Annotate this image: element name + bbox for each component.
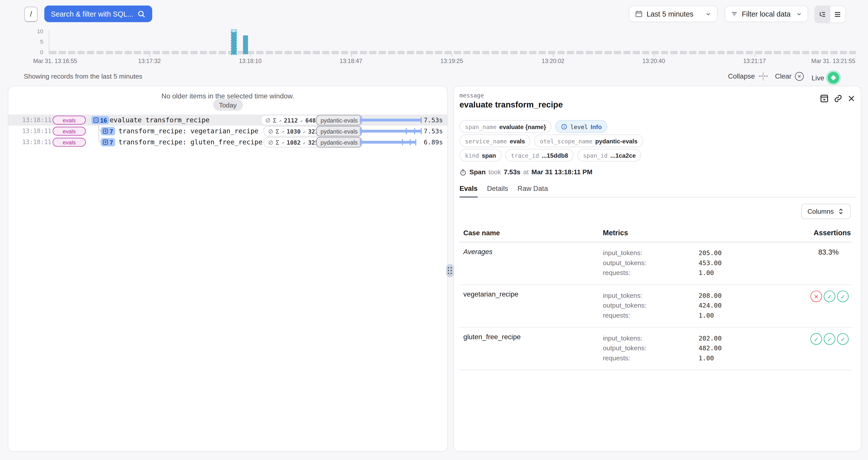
- clear-button[interactable]: Clear ✕: [775, 72, 804, 81]
- tree-view-toggle[interactable]: [815, 6, 830, 23]
- child-count: 7: [110, 139, 113, 145]
- assertions-percentage: 83.3%: [769, 248, 852, 278]
- tab-raw-data[interactable]: Raw Data: [518, 185, 548, 197]
- x-axis-tick: [452, 54, 452, 57]
- expand-children-badge[interactable]: + 7: [101, 127, 115, 135]
- tokens-up-value: 1082: [286, 139, 301, 145]
- time-range-select[interactable]: Last 5 minutes: [629, 5, 718, 22]
- summary-datetime: Mar 31 13:18:11 PM: [531, 168, 592, 176]
- sum-icon: Σ: [276, 128, 279, 134]
- up-down-chevrons-icon: [838, 208, 844, 215]
- slash-shortcut-key: /: [24, 6, 38, 22]
- collapse-icon: ↓↑: [758, 72, 768, 80]
- chevron-down-icon: [796, 11, 802, 17]
- tag-kind[interactable]: kind span: [459, 149, 501, 162]
- tag-trace-id[interactable]: trace_id ...15ddb8: [505, 149, 574, 162]
- square-minus-icon: −: [93, 118, 98, 123]
- row-timestamp: 13:18:11: [22, 139, 52, 146]
- duration-bar: [360, 130, 422, 133]
- dock-panel-icon[interactable]: [820, 94, 829, 103]
- tag-otel-scope-name[interactable]: otel_scope_name pydantic-evals: [534, 135, 643, 147]
- collapse-label: Collapse: [728, 72, 755, 80]
- service-badge[interactable]: evals: [53, 116, 86, 125]
- output-arrow-icon: ↙: [303, 139, 306, 145]
- histogram-bar-selected[interactable]: [231, 32, 236, 54]
- view-mode-segmented-control: [814, 5, 846, 23]
- records-histogram[interactable]: [49, 30, 856, 54]
- filter-value: Filter local data: [742, 10, 790, 18]
- tag-span-id[interactable]: span_id ...1ca2ce: [578, 149, 641, 162]
- live-label: Live: [811, 74, 824, 81]
- metrics-cell: input_tokens:208.00 output_tokens:424.00…: [603, 291, 769, 320]
- x-axis-tick: [553, 54, 554, 57]
- fail-x-icon: ✕: [810, 291, 822, 302]
- span-message: transform_recipe: vegetarian_recipe: [119, 127, 258, 135]
- close-icon[interactable]: [847, 95, 855, 102]
- live-indicator-icon: [828, 72, 839, 84]
- tag-level[interactable]: level Info: [555, 120, 607, 133]
- search-button-label: Search & filter with SQL...: [51, 10, 133, 18]
- pass-check-icon: ✓: [837, 291, 849, 302]
- y-axis-tick-10: 10: [32, 28, 43, 34]
- info-icon: [561, 123, 567, 130]
- x-axis-label: 13:20:02: [542, 58, 564, 64]
- otel-scope-pill: pydantic-evals: [316, 115, 362, 125]
- case-name: gluten_free_recipe: [459, 333, 603, 363]
- tag-span-name[interactable]: span_name evaluate {name}: [459, 120, 552, 133]
- otel-scope-pill: pydantic-evals: [316, 137, 362, 147]
- list-view-toggle[interactable]: [830, 6, 845, 23]
- list-view-icon: [834, 10, 842, 18]
- token-usage-pill: Σ ↗1030 ↙323: [264, 126, 323, 136]
- histogram-bar[interactable]: [243, 35, 248, 54]
- trace-row-child[interactable]: 13:18:11 evals + 7 transform_recipe: glu…: [8, 137, 447, 147]
- detail-tabs: Evals Details Raw Data: [459, 185, 855, 198]
- header-assertions: Assertions: [769, 229, 852, 237]
- x-axis-label: 13:21:17: [743, 58, 766, 64]
- search-button[interactable]: Search & filter with SQL...: [44, 5, 152, 22]
- span-title: evaluate transform_recipe: [459, 100, 563, 109]
- trace-rows: 13:18:11 evals − 16 evaluate transform_r…: [8, 114, 447, 147]
- square-plus-icon: +: [103, 140, 108, 145]
- input-arrow-icon: ↗: [281, 128, 284, 134]
- service-badge[interactable]: evals: [53, 127, 86, 136]
- tokens-icon: [265, 117, 271, 123]
- live-toggle[interactable]: Live: [811, 72, 839, 84]
- tab-evals[interactable]: Evals: [459, 185, 477, 197]
- tag-service-name[interactable]: service_name evals: [459, 135, 530, 147]
- table-row-gluten-free-recipe[interactable]: gluten_free_recipe input_tokens:202.00 o…: [459, 328, 852, 370]
- time-range-value: Last 5 minutes: [647, 10, 693, 18]
- today-chip[interactable]: Today: [213, 99, 243, 111]
- output-arrow-icon: ↙: [303, 128, 306, 134]
- filter-icon: [731, 10, 738, 18]
- duration-value: 7.53s: [424, 116, 443, 124]
- summary-duration: 7.53s: [504, 168, 520, 176]
- trace-row-root[interactable]: 13:18:11 evals − 16 evaluate transform_r…: [8, 114, 447, 126]
- columns-button[interactable]: Columns: [801, 204, 851, 219]
- copy-link-icon[interactable]: [834, 94, 842, 103]
- collapse-button[interactable]: Collapse ↓↑: [728, 72, 768, 80]
- panel-resize-handle[interactable]: [446, 264, 454, 277]
- table-row-averages[interactable]: Averages input_tokens:205.00 output_toke…: [459, 242, 852, 285]
- service-badge[interactable]: evals: [53, 138, 86, 146]
- x-axis-tick: [149, 54, 150, 57]
- summary-span: Span: [469, 168, 486, 176]
- records-status-text: Showing records from the last 5 minutes: [24, 72, 143, 80]
- child-count: 7: [110, 128, 113, 134]
- collapse-children-badge[interactable]: − 16: [91, 116, 109, 124]
- case-name: Averages: [459, 248, 603, 278]
- otel-scope-pill: pydantic-evals: [316, 126, 362, 136]
- x-axis-label: 13:18:47: [340, 58, 362, 64]
- child-count: 16: [100, 117, 107, 123]
- filter-local-data-select[interactable]: Filter local data: [724, 5, 808, 22]
- pass-check-icon: ✓: [810, 333, 822, 345]
- square-plus-icon: +: [103, 129, 108, 134]
- table-row-vegetarian-recipe[interactable]: vegetarian_recipe input_tokens:208.00 ou…: [459, 285, 852, 328]
- trace-row-child[interactable]: 13:18:11 evals + 7 transform_recipe: veg…: [8, 126, 447, 137]
- sum-icon: Σ: [276, 139, 279, 145]
- expand-children-badge[interactable]: + 7: [101, 138, 115, 146]
- tab-details[interactable]: Details: [487, 185, 508, 197]
- assertions-icons: ✓✓✓: [769, 333, 852, 363]
- trace-list-panel: No older items in the selected time wind…: [8, 86, 448, 452]
- output-arrow-icon: ↙: [300, 117, 303, 123]
- tokens-icon: [268, 139, 274, 145]
